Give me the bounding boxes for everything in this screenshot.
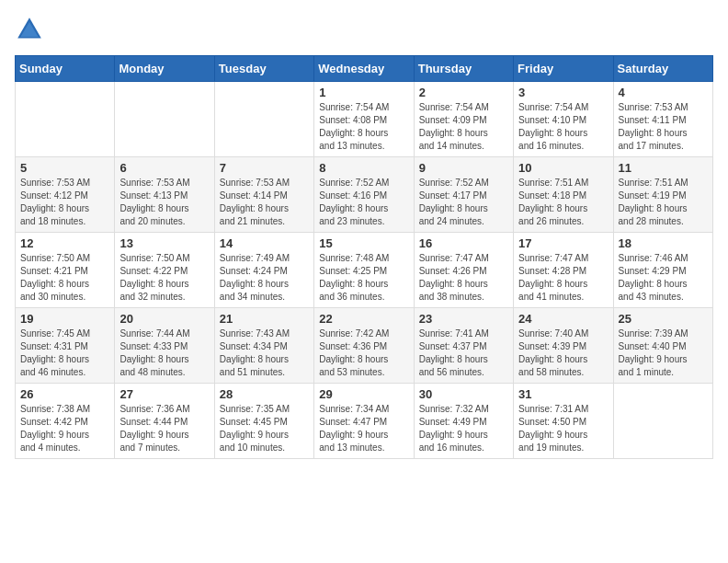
day-info: Sunrise: 7:53 AM Sunset: 4:11 PM Dayligh… — [619, 101, 708, 153]
calendar-week-row: 26Sunrise: 7:38 AM Sunset: 4:42 PM Dayli… — [16, 384, 713, 459]
calendar-cell: 17Sunrise: 7:47 AM Sunset: 4:28 PM Dayli… — [514, 233, 613, 308]
day-number: 31 — [518, 387, 608, 401]
calendar-cell: 25Sunrise: 7:39 AM Sunset: 4:40 PM Dayli… — [613, 308, 712, 384]
weekday-header-row: SundayMondayTuesdayWednesdayThursdayFrid… — [16, 56, 713, 82]
day-number: 23 — [419, 312, 508, 326]
day-number: 28 — [220, 387, 309, 401]
day-info: Sunrise: 7:53 AM Sunset: 4:14 PM Dayligh… — [220, 177, 309, 228]
day-info: Sunrise: 7:50 AM Sunset: 4:21 PM Dayligh… — [20, 252, 109, 304]
day-info: Sunrise: 7:35 AM Sunset: 4:45 PM Dayligh… — [220, 403, 309, 454]
day-number: 15 — [319, 236, 408, 250]
calendar-cell — [613, 384, 712, 459]
calendar-cell: 12Sunrise: 7:50 AM Sunset: 4:21 PM Dayli… — [16, 233, 115, 308]
day-info: Sunrise: 7:48 AM Sunset: 4:25 PM Dayligh… — [319, 252, 408, 304]
calendar-cell: 1Sunrise: 7:54 AM Sunset: 4:08 PM Daylig… — [314, 82, 414, 157]
day-number: 12 — [20, 236, 109, 250]
day-number: 22 — [319, 312, 408, 326]
day-info: Sunrise: 7:34 AM Sunset: 4:47 PM Dayligh… — [319, 403, 408, 454]
calendar-week-row: 19Sunrise: 7:45 AM Sunset: 4:31 PM Dayli… — [16, 308, 713, 384]
calendar-cell — [16, 82, 115, 157]
day-info: Sunrise: 7:54 AM Sunset: 4:10 PM Dayligh… — [518, 101, 608, 153]
day-info: Sunrise: 7:41 AM Sunset: 4:37 PM Dayligh… — [419, 327, 508, 379]
calendar-week-row: 12Sunrise: 7:50 AM Sunset: 4:21 PM Dayli… — [16, 233, 713, 308]
logo-icon — [15, 15, 44, 44]
weekday-header-sunday: Sunday — [16, 56, 115, 82]
calendar-cell: 20Sunrise: 7:44 AM Sunset: 4:33 PM Dayli… — [115, 308, 214, 384]
day-number: 20 — [119, 312, 209, 326]
weekday-header-friday: Friday — [514, 56, 613, 82]
calendar-cell: 29Sunrise: 7:34 AM Sunset: 4:47 PM Dayli… — [314, 384, 414, 459]
calendar-cell — [214, 82, 313, 157]
calendar-cell: 9Sunrise: 7:52 AM Sunset: 4:17 PM Daylig… — [414, 157, 513, 233]
calendar-cell: 11Sunrise: 7:51 AM Sunset: 4:19 PM Dayli… — [613, 157, 712, 233]
day-number: 8 — [319, 161, 408, 175]
calendar-cell: 14Sunrise: 7:49 AM Sunset: 4:24 PM Dayli… — [214, 233, 313, 308]
calendar-cell: 31Sunrise: 7:31 AM Sunset: 4:50 PM Dayli… — [514, 384, 613, 459]
day-info: Sunrise: 7:53 AM Sunset: 4:13 PM Dayligh… — [119, 177, 209, 228]
calendar-cell: 23Sunrise: 7:41 AM Sunset: 4:37 PM Dayli… — [414, 308, 513, 384]
day-info: Sunrise: 7:42 AM Sunset: 4:36 PM Dayligh… — [319, 327, 408, 379]
calendar-week-row: 5Sunrise: 7:53 AM Sunset: 4:12 PM Daylig… — [16, 157, 713, 233]
day-number: 14 — [220, 236, 309, 250]
day-number: 16 — [419, 236, 508, 250]
calendar-cell: 19Sunrise: 7:45 AM Sunset: 4:31 PM Dayli… — [16, 308, 115, 384]
calendar-cell — [115, 82, 214, 157]
day-number: 27 — [119, 387, 209, 401]
day-info: Sunrise: 7:47 AM Sunset: 4:28 PM Dayligh… — [518, 252, 608, 304]
day-info: Sunrise: 7:44 AM Sunset: 4:33 PM Dayligh… — [119, 327, 209, 379]
calendar-cell: 28Sunrise: 7:35 AM Sunset: 4:45 PM Dayli… — [214, 384, 313, 459]
calendar-cell: 21Sunrise: 7:43 AM Sunset: 4:34 PM Dayli… — [214, 308, 313, 384]
calendar-cell: 27Sunrise: 7:36 AM Sunset: 4:44 PM Dayli… — [115, 384, 214, 459]
calendar-cell: 24Sunrise: 7:40 AM Sunset: 4:39 PM Dayli… — [514, 308, 613, 384]
day-number: 25 — [619, 312, 708, 326]
day-number: 1 — [319, 86, 408, 99]
day-number: 30 — [419, 387, 508, 401]
calendar-cell: 2Sunrise: 7:54 AM Sunset: 4:09 PM Daylig… — [414, 82, 513, 157]
day-number: 19 — [20, 312, 109, 326]
logo — [15, 15, 48, 44]
day-info: Sunrise: 7:45 AM Sunset: 4:31 PM Dayligh… — [20, 327, 109, 379]
day-info: Sunrise: 7:47 AM Sunset: 4:26 PM Dayligh… — [419, 252, 508, 304]
calendar-cell: 7Sunrise: 7:53 AM Sunset: 4:14 PM Daylig… — [214, 157, 313, 233]
day-info: Sunrise: 7:38 AM Sunset: 4:42 PM Dayligh… — [20, 403, 109, 454]
day-number: 6 — [119, 161, 209, 175]
day-info: Sunrise: 7:39 AM Sunset: 4:40 PM Dayligh… — [619, 327, 708, 379]
day-number: 10 — [518, 161, 608, 175]
day-number: 17 — [518, 236, 608, 250]
calendar-cell: 15Sunrise: 7:48 AM Sunset: 4:25 PM Dayli… — [314, 233, 414, 308]
weekday-header-tuesday: Tuesday — [214, 56, 313, 82]
day-number: 4 — [619, 86, 708, 99]
day-number: 29 — [319, 387, 408, 401]
day-info: Sunrise: 7:52 AM Sunset: 4:17 PM Dayligh… — [419, 177, 508, 228]
day-number: 13 — [119, 236, 209, 250]
calendar-cell: 6Sunrise: 7:53 AM Sunset: 4:13 PM Daylig… — [115, 157, 214, 233]
calendar-cell: 16Sunrise: 7:47 AM Sunset: 4:26 PM Dayli… — [414, 233, 513, 308]
day-number: 11 — [619, 161, 708, 175]
day-info: Sunrise: 7:53 AM Sunset: 4:12 PM Dayligh… — [20, 177, 109, 228]
calendar-cell: 10Sunrise: 7:51 AM Sunset: 4:18 PM Dayli… — [514, 157, 613, 233]
calendar-cell: 18Sunrise: 7:46 AM Sunset: 4:29 PM Dayli… — [613, 233, 712, 308]
day-info: Sunrise: 7:43 AM Sunset: 4:34 PM Dayligh… — [220, 327, 309, 379]
calendar-cell: 3Sunrise: 7:54 AM Sunset: 4:10 PM Daylig… — [514, 82, 613, 157]
day-info: Sunrise: 7:50 AM Sunset: 4:22 PM Dayligh… — [119, 252, 209, 304]
day-info: Sunrise: 7:54 AM Sunset: 4:08 PM Dayligh… — [319, 101, 408, 153]
day-number: 5 — [20, 161, 109, 175]
day-info: Sunrise: 7:49 AM Sunset: 4:24 PM Dayligh… — [220, 252, 309, 304]
day-info: Sunrise: 7:51 AM Sunset: 4:18 PM Dayligh… — [518, 177, 608, 228]
weekday-header-thursday: Thursday — [414, 56, 513, 82]
calendar-cell: 5Sunrise: 7:53 AM Sunset: 4:12 PM Daylig… — [16, 157, 115, 233]
day-number: 26 — [20, 387, 109, 401]
day-number: 3 — [518, 86, 608, 99]
calendar-cell: 8Sunrise: 7:52 AM Sunset: 4:16 PM Daylig… — [314, 157, 414, 233]
calendar-cell: 22Sunrise: 7:42 AM Sunset: 4:36 PM Dayli… — [314, 308, 414, 384]
day-info: Sunrise: 7:52 AM Sunset: 4:16 PM Dayligh… — [319, 177, 408, 228]
day-number: 9 — [419, 161, 508, 175]
day-info: Sunrise: 7:51 AM Sunset: 4:19 PM Dayligh… — [619, 177, 708, 228]
weekday-header-wednesday: Wednesday — [314, 56, 414, 82]
weekday-header-monday: Monday — [115, 56, 214, 82]
day-info: Sunrise: 7:31 AM Sunset: 4:50 PM Dayligh… — [518, 403, 608, 454]
day-info: Sunrise: 7:40 AM Sunset: 4:39 PM Dayligh… — [518, 327, 608, 379]
day-number: 2 — [419, 86, 508, 99]
day-info: Sunrise: 7:32 AM Sunset: 4:49 PM Dayligh… — [419, 403, 508, 454]
calendar-cell: 26Sunrise: 7:38 AM Sunset: 4:42 PM Dayli… — [16, 384, 115, 459]
